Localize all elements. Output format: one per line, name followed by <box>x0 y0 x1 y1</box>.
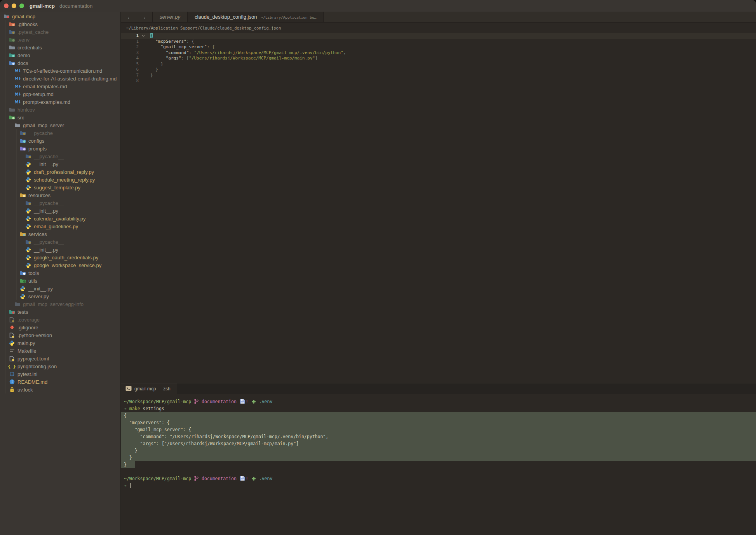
indent-guide <box>22 254 22 261</box>
titlebar: gmail-mcp documentation <box>0 0 756 12</box>
terminal-line: "mcpServers": { <box>121 419 756 426</box>
file-config-icon <box>9 355 15 362</box>
line-number: 6 <box>121 67 139 73</box>
code-line: 5 } <box>121 61 756 67</box>
venv-clover-icon <box>251 399 256 404</box>
tree-item-tests[interactable]: tests <box>0 308 120 316</box>
tree-item-demo[interactable]: demo <box>0 51 120 59</box>
tree-item-makefile[interactable]: Makefile <box>0 347 120 355</box>
tree-item-server-py[interactable]: server.py <box>0 292 120 300</box>
forward-icon[interactable]: → <box>141 14 146 20</box>
tree-item-services[interactable]: services <box>0 230 120 238</box>
tree-item-directive-for-ai-assisted-email-drafting-md[interactable]: directive-for-AI-assisted-email-drafting… <box>0 75 120 82</box>
tree-item-google-oauth-credentials-py[interactable]: google_oauth_credentials.py <box>0 254 120 261</box>
tree-item-pycache[interactable]: __pycache__ <box>0 199 120 207</box>
indent-guide <box>5 370 6 378</box>
folder-venv-icon <box>9 37 15 43</box>
tab-server-py[interactable]: server.py <box>153 12 188 22</box>
titlebar-project-name[interactable]: gmail-mcp <box>30 3 55 9</box>
tree-item-utils[interactable]: utils <box>0 277 120 285</box>
zoom-window-button[interactable] <box>19 3 24 8</box>
tree-item-schedule-meeting-reply-py[interactable]: schedule_meeting_reply.py <box>0 176 120 184</box>
tree-item-init-py[interactable]: __init__.py <box>0 246 120 254</box>
tree-item-label: uv.lock <box>17 387 33 393</box>
tree-item-resources[interactable]: resources <box>0 191 120 199</box>
tree-item-python-version[interactable]: .python-version <box>0 331 120 339</box>
tree-item-google-workspace-service-py[interactable]: google_workspace_service.py <box>0 261 120 269</box>
minimize-window-button[interactable] <box>12 3 16 8</box>
tree-item-htmlcov[interactable]: htmlcov <box>0 106 120 114</box>
folder-docs-icon <box>9 60 15 66</box>
python-file-icon <box>25 247 31 253</box>
indent-guide <box>16 129 17 137</box>
indent-guide <box>5 82 6 90</box>
tree-item-label: main.py <box>17 340 35 346</box>
tree-item-githooks[interactable]: .githooks <box>0 20 120 28</box>
tree-item-init-py[interactable]: __init__.py <box>0 285 120 292</box>
tree-item-label: google_oauth_credentials.py <box>34 255 98 261</box>
tree-item-configs[interactable]: configs <box>0 137 120 145</box>
indent-guide <box>11 292 11 300</box>
code-line: 1{ <box>121 33 756 39</box>
titlebar-branch-name[interactable]: documentation <box>59 3 92 9</box>
breadcrumb[interactable]: ~/Library/Application Support/Claude/cla… <box>121 23 756 33</box>
tree-item-pycache[interactable]: __pycache__ <box>0 238 120 246</box>
tree-item-pytest-cache[interactable]: .pytest_cache <box>0 28 120 36</box>
tree-item-label: configs <box>28 138 44 144</box>
tree-item-email-guidelines-py[interactable]: email_guidelines.py <box>0 222 120 230</box>
indent-guide <box>22 246 22 254</box>
tree-item-gmail-mcp-server-egg-info[interactable]: gmail_mcp_server.egg-info <box>0 300 120 308</box>
tree-item-email-templates-md[interactable]: email-templates.md <box>0 82 120 90</box>
tree-item-label: src <box>17 115 24 121</box>
tree-item-init-py[interactable]: __init__.py <box>0 207 120 215</box>
tree-item-credentials[interactable]: credentials <box>0 44 120 51</box>
tree-item-gitignore[interactable]: .gitignore <box>0 323 120 331</box>
tree-item-suggest-template-py[interactable]: suggest_template.py <box>0 184 120 191</box>
tree-item-init-py[interactable]: __init__.py <box>0 160 120 168</box>
indent-guide <box>5 44 6 51</box>
python-file-icon <box>19 285 26 292</box>
close-window-button[interactable] <box>4 3 9 8</box>
tree-item-7cs-of-effective-communication-md[interactable]: 7Cs-of-effective-communication.md <box>0 67 120 75</box>
tree-item-tools[interactable]: tools <box>0 269 120 277</box>
tree-item-venv[interactable]: .venv <box>0 36 120 44</box>
tree-item-gcp-setup-md[interactable]: gcp-setup.md <box>0 90 120 98</box>
folder-githooks-icon <box>9 21 15 27</box>
tree-item-pyrightconfig-json[interactable]: { }pyrightconfig.json <box>0 362 120 370</box>
back-icon[interactable]: ← <box>127 14 132 20</box>
tree-item-pytest-ini[interactable]: pytest.ini <box>0 370 120 378</box>
tree-item-calendar-availability-py[interactable]: calendar_availability.py <box>0 215 120 222</box>
floppy-disk-icon <box>239 476 246 481</box>
tree-item-gmail-mcp-server[interactable]: gmail_mcp_server <box>0 121 120 129</box>
indent-guide <box>16 261 17 269</box>
indent-guide <box>11 254 11 261</box>
tree-item-main-py[interactable]: main.py <box>0 339 120 347</box>
tree-item-docs[interactable]: docs <box>0 59 120 67</box>
terminal-tab[interactable]: gmail-mcp — zsh <box>121 383 177 394</box>
venv-clover-icon <box>251 476 256 481</box>
tree-item-label: pyproject.toml <box>17 356 49 362</box>
project-panel[interactable]: gmail-mcp.githooks.pytest_cache.venvcred… <box>0 12 120 535</box>
folder-pytest-icon <box>9 29 15 35</box>
terminal[interactable]: ~/Workspace/MCP/gmail-mcp documentation … <box>121 394 756 535</box>
tab-nav: ← → <box>121 12 153 22</box>
tree-item-label: __pycache__ <box>28 130 58 136</box>
tree-item-src[interactable]: src <box>0 114 120 121</box>
folder-configs-icon <box>19 138 26 144</box>
indent-guide <box>5 168 6 176</box>
tree-item-prompt-examples-md[interactable]: prompt-examples.md <box>0 98 120 106</box>
tree-item-coverage[interactable]: .coverage <box>0 316 120 323</box>
tree-item-draft-professional-reply-py[interactable]: draft_professional_reply.py <box>0 168 120 176</box>
tree-item-pycache[interactable]: __pycache__ <box>0 129 120 137</box>
tree-item-pycache[interactable]: __pycache__ <box>0 152 120 160</box>
tab-claude-desktop-config[interactable]: claude_desktop_config.json ~/Library/App… <box>188 12 324 22</box>
tree-item-uv-lock[interactable]: uv.lock <box>0 386 120 393</box>
tree-item-gmail-mcp[interactable]: gmail-mcp <box>0 12 120 20</box>
terminal-line: → <box>121 482 756 489</box>
code-editor[interactable]: 1{1 "mcpServers": {2 "gmail_mcp_server":… <box>121 33 756 84</box>
tree-item-pyproject-toml[interactable]: pyproject.toml <box>0 355 120 362</box>
tree-item-prompts[interactable]: prompts <box>0 145 120 152</box>
indent-guide <box>22 261 22 269</box>
code-line: 7} <box>121 73 756 79</box>
tree-item-readme-md[interactable]: README.md <box>0 378 120 386</box>
